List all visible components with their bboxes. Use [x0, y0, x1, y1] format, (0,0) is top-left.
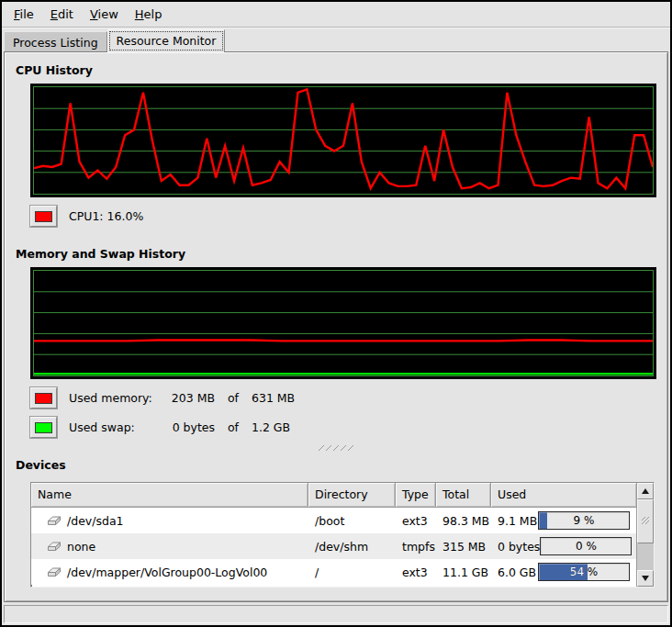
device-total: 11.1 GB	[436, 565, 491, 579]
grip-icon	[318, 444, 354, 452]
memory-swap-title: Memory and Swap History	[16, 247, 660, 261]
usage-progress-bar: 9 % 9 %	[538, 511, 630, 530]
device-type: tmpfs	[396, 540, 436, 554]
cpu-legend: CPU1: 16.0%	[30, 206, 660, 227]
progress-label: 9 %	[539, 512, 629, 529]
tab-resource-monitor[interactable]: Resource Monitor	[107, 29, 226, 52]
column-header-type[interactable]: Type	[396, 483, 436, 508]
column-header-used[interactable]: Used	[491, 483, 636, 508]
disk-icon	[46, 541, 62, 552]
devices-table-body: Name Directory Type Total Used /dev/sda1	[31, 483, 636, 587]
device-used: 6.0 GB	[498, 565, 536, 579]
device-directory: /boot	[308, 514, 396, 528]
device-name: /dev/sda1	[67, 514, 124, 528]
resource-monitor-panel: CPU History CPU1: 16.0% Memory and Swap …	[4, 51, 668, 602]
cpu-history-chart	[33, 86, 654, 195]
used-memory-total: 631 MB	[252, 391, 295, 405]
used-swap-of: of	[215, 420, 252, 434]
menu-file[interactable]: File	[6, 5, 42, 24]
column-header-total[interactable]: Total	[436, 483, 491, 508]
cpu1-color-button[interactable]	[30, 206, 57, 227]
scrollbar-track[interactable]	[637, 499, 654, 570]
menu-bar: File Edit View Help	[2, 2, 670, 28]
cpu1-color-swatch	[35, 211, 52, 222]
scroll-up-button[interactable]	[637, 483, 654, 499]
used-memory-label: Used memory:	[69, 391, 158, 405]
scroll-down-button[interactable]	[637, 570, 654, 587]
disk-icon	[46, 515, 62, 526]
progress-label: 0 %	[541, 538, 631, 554]
used-swap-value: 0 bytes	[158, 420, 215, 434]
vertical-scrollbar[interactable]	[636, 483, 654, 587]
used-swap-color-button[interactable]	[30, 417, 57, 438]
thumb-grip-icon	[641, 516, 651, 527]
usage-progress-bar: 54 % 54 %	[538, 563, 630, 581]
tab-process-listing[interactable]: Process Listing	[4, 31, 107, 51]
device-name: /dev/mapper/VolGroup00-LogVol00	[67, 565, 267, 579]
pane-resize-grip[interactable]	[12, 443, 660, 453]
device-type: ext3	[396, 565, 436, 579]
device-name: none	[67, 540, 95, 554]
table-row[interactable]: /dev/sda1 /boot ext3 98.3 MB 9.1 MB 9 % …	[31, 508, 636, 533]
arrow-down-icon	[642, 576, 649, 581]
scrollbar-thumb[interactable]	[637, 499, 654, 543]
used-swap-text: Used swap: 0 bytes of 1.2 GB	[69, 420, 290, 434]
device-total: 98.3 MB	[436, 514, 491, 528]
cpu1-usage-label: CPU1: 16.0%	[69, 209, 143, 223]
used-swap-total: 1.2 GB	[252, 420, 290, 434]
table-row[interactable]: none /dev/shm tmpfs 315 MB 0 bytes 0 % 0…	[31, 533, 636, 559]
system-monitor-window: File Edit View Help Process Listing Reso…	[0, 0, 672, 627]
status-bar	[4, 605, 668, 623]
disk-icon	[46, 566, 62, 577]
menu-help[interactable]: Help	[127, 5, 171, 24]
used-memory-color-button[interactable]	[30, 387, 57, 409]
cpu-history-title: CPU History	[16, 63, 660, 77]
used-memory-text: Used memory: 203 MB of 631 MB	[69, 391, 295, 405]
device-used: 0 bytes	[498, 540, 540, 554]
menu-view[interactable]: View	[82, 5, 127, 24]
used-swap-label: Used swap:	[69, 420, 158, 434]
memory-legend: Used memory: 203 MB of 631 MB	[30, 387, 660, 409]
devices-table: Name Directory Type Total Used /dev/sda1	[30, 482, 655, 588]
device-used: 9.1 MB	[498, 514, 537, 528]
device-directory: /dev/shm	[308, 540, 396, 554]
tab-strip: Process Listing Resource Monitor	[2, 28, 670, 51]
used-memory-value: 203 MB	[158, 391, 215, 405]
column-header-directory[interactable]: Directory	[308, 483, 396, 508]
menu-edit[interactable]: Edit	[42, 5, 82, 24]
cpu-history-graph	[30, 84, 656, 197]
swap-legend: Used swap: 0 bytes of 1.2 GB	[30, 417, 660, 438]
device-total: 315 MB	[436, 540, 491, 554]
memory-swap-chart	[33, 270, 654, 376]
column-header-name[interactable]: Name	[31, 483, 308, 508]
device-type: ext3	[396, 514, 436, 528]
arrow-up-icon	[642, 488, 649, 494]
devices-title: Devices	[16, 458, 660, 472]
usage-progress-bar: 0 % 0 %	[540, 537, 632, 555]
table-row[interactable]: /dev/mapper/VolGroup00-LogVol00 / ext3 1…	[31, 559, 636, 585]
used-memory-color-swatch	[35, 393, 52, 404]
device-directory: /	[308, 565, 396, 579]
used-memory-of: of	[215, 391, 252, 405]
memory-swap-graph	[30, 267, 656, 379]
devices-table-header: Name Directory Type Total Used	[31, 483, 636, 508]
used-swap-color-swatch	[35, 422, 52, 433]
